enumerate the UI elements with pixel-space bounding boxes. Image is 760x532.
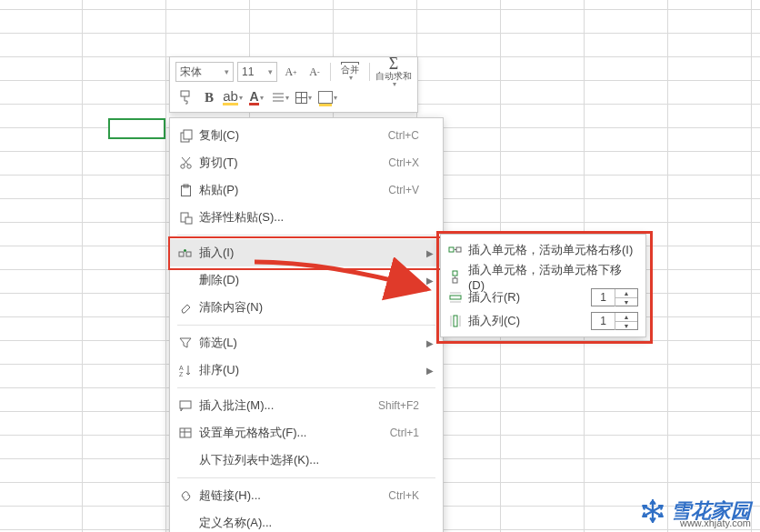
submenu-arrow-icon: ▶ <box>423 248 437 258</box>
menu-label: 复制(C) <box>199 127 388 144</box>
menu-item-define-name[interactable]: 定义名称(A)... <box>170 509 443 532</box>
insert-shift-right-icon <box>443 244 468 256</box>
menu-label: 选择性粘贴(S)... <box>199 209 423 226</box>
sigma-icon: Σ <box>389 55 398 72</box>
menu-item-copy[interactable]: 复制(C) Ctrl+C <box>170 122 443 149</box>
decrease-font-button[interactable]: A- <box>305 62 325 82</box>
menu-item-sort[interactable]: AZ 排序(U) ▶ <box>170 356 443 384</box>
spin-up-icon[interactable]: ▲ <box>615 289 637 297</box>
menu-item-paste-special[interactable]: 选择性粘贴(S)... <box>170 204 443 231</box>
svg-rect-19 <box>456 247 461 252</box>
submenu-arrow-icon: ▶ <box>423 366 437 376</box>
menu-shortcut: Ctrl+1 <box>390 427 423 439</box>
svg-rect-18 <box>449 247 454 252</box>
insert-submenu: 插入单元格，活动单元格右移(I) 插入单元格，活动单元格下移(D) 插入行(R)… <box>440 234 646 337</box>
menu-label: 删除(D) <box>199 272 423 288</box>
fill-color-button[interactable]: ▾ <box>317 87 337 107</box>
paste-special-icon <box>172 211 199 225</box>
menu-label: 插入批注(M)... <box>199 397 378 414</box>
chevron-down-icon: ▾ <box>268 67 273 76</box>
fill-icon <box>318 91 333 104</box>
submenu-shift-right[interactable]: 插入单元格，活动单元格右移(I) <box>441 238 645 262</box>
menu-divider <box>177 387 435 388</box>
menu-shortcut: Ctrl+K <box>388 489 423 502</box>
increase-font-button[interactable]: A+ <box>281 62 301 82</box>
borders-icon <box>295 92 307 104</box>
insert-icon <box>172 246 199 260</box>
svg-rect-11 <box>185 217 192 224</box>
menu-shortcut: Ctrl+V <box>388 184 423 196</box>
menu-item-paste[interactable]: 粘贴(P) Ctrl+V <box>170 176 443 204</box>
funnel-icon <box>172 336 199 349</box>
menu-shortcut: Ctrl+X <box>388 156 423 169</box>
menu-item-filter[interactable]: 筛选(L) ▶ <box>170 329 443 356</box>
menu-divider <box>177 235 435 236</box>
submenu-arrow-icon: ▶ <box>423 276 437 286</box>
svg-text:Z: Z <box>179 371 184 377</box>
col-count-input[interactable]: 1 ▲▼ <box>591 312 638 330</box>
menu-item-comment[interactable]: 插入批注(M)... Shift+F2 <box>170 392 443 419</box>
borders-button[interactable]: ▾ <box>294 87 314 107</box>
font-color-button[interactable]: A▾ <box>246 87 266 107</box>
menu-label: 筛选(L) <box>199 335 423 351</box>
spin-up-icon[interactable]: ▲ <box>615 313 637 321</box>
menu-item-pick-from-list[interactable]: 从下拉列表中选择(K)... <box>170 447 443 474</box>
menu-item-hyperlink[interactable]: 超链接(H)... Ctrl+K <box>170 482 443 509</box>
watermark: 雪花家园 www.xhjaty.com <box>640 497 751 525</box>
svg-point-6 <box>180 164 184 167</box>
svg-rect-17 <box>180 428 191 437</box>
insert-col-icon <box>443 315 468 328</box>
submenu-insert-col[interactable]: 插入列(C) 1 ▲▼ <box>441 309 645 333</box>
svg-rect-21 <box>453 278 457 283</box>
font-name-combo[interactable]: 宋体 ▾ <box>175 62 234 82</box>
menu-item-delete[interactable]: 删除(D) ▶ <box>170 266 443 294</box>
row-count-value: 1 <box>592 291 615 304</box>
svg-rect-16 <box>180 401 191 408</box>
menu-divider <box>177 325 435 326</box>
menu-item-cut[interactable]: 剪切(T) Ctrl+X <box>170 149 443 176</box>
spin-down-icon[interactable]: ▼ <box>615 297 637 306</box>
format-cells-icon <box>172 427 199 439</box>
spin-down-icon[interactable]: ▼ <box>615 321 637 330</box>
align-icon <box>272 92 285 103</box>
bold-button[interactable]: B <box>199 87 219 107</box>
copy-icon <box>172 129 199 143</box>
row-count-input[interactable]: 1 ▲▼ <box>591 288 638 306</box>
paste-icon <box>172 184 199 197</box>
align-button[interactable]: ▾ <box>270 87 290 107</box>
separator <box>369 63 370 81</box>
insert-row-icon <box>443 291 468 304</box>
context-menu: 复制(C) Ctrl+C 剪切(T) Ctrl+X 粘贴(P) Ctrl+V 选… <box>169 117 444 532</box>
menu-label: 排序(U) <box>199 362 423 378</box>
col-count-value: 1 <box>592 315 615 327</box>
active-cell[interactable] <box>108 118 165 139</box>
menu-label: 粘贴(P) <box>199 182 388 198</box>
svg-rect-2 <box>181 91 189 96</box>
submenu-label: 插入行(R) <box>468 289 591 306</box>
format-painter-button[interactable] <box>175 87 195 107</box>
menu-shortcut: Ctrl+C <box>388 129 423 142</box>
autosum-button[interactable]: Σ 自动求和▾ <box>375 62 412 82</box>
scissors-icon <box>172 156 199 170</box>
font-size-combo[interactable]: 11 ▾ <box>237 62 277 82</box>
svg-rect-22 <box>450 296 461 299</box>
mini-toolbar: 宋体 ▾ 11 ▾ A+ A- 合并▾ Σ 自动求和▾ B ab▾ A▾ ▾ ▾ <box>169 56 418 113</box>
font-size-value: 11 <box>242 65 254 78</box>
sort-icon: AZ <box>172 364 199 377</box>
menu-divider <box>177 477 435 478</box>
merge-cells-button[interactable]: 合并▾ <box>336 62 364 82</box>
menu-label: 插入(I) <box>199 245 423 261</box>
menu-item-format-cells[interactable]: 设置单元格格式(F)... Ctrl+1 <box>170 419 443 447</box>
comment-icon <box>172 400 199 412</box>
svg-rect-20 <box>453 271 457 276</box>
submenu-shift-down[interactable]: 插入单元格，活动单元格下移(D) <box>441 262 645 286</box>
svg-text:A: A <box>179 365 184 371</box>
menu-label: 超链接(H)... <box>199 487 388 504</box>
snowflake-icon <box>640 498 665 524</box>
submenu-arrow-icon: ▶ <box>423 338 437 348</box>
link-icon <box>172 489 199 503</box>
submenu-insert-row[interactable]: 插入行(R) 1 ▲▼ <box>441 286 645 309</box>
menu-item-clear[interactable]: 清除内容(N) <box>170 294 443 321</box>
menu-item-insert[interactable]: 插入(I) ▶ <box>170 239 443 266</box>
highlight-color-button[interactable]: ab▾ <box>223 87 243 107</box>
